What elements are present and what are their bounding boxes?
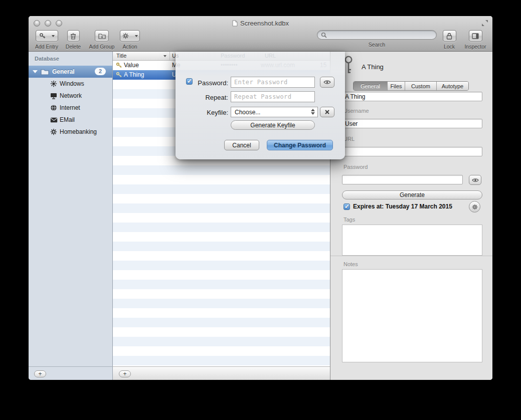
stepper-arrows-icon	[311, 109, 315, 115]
tab-files[interactable]: Files	[388, 82, 405, 90]
search-area: Search	[317, 30, 437, 48]
entry-count-badge: 2	[95, 68, 106, 75]
inspector-button[interactable]: Inspector	[463, 30, 488, 50]
column-title[interactable]: Title	[116, 53, 126, 59]
sidebar-item-homebanking[interactable]: Homebanking	[29, 126, 112, 138]
sidebar-footer: +	[29, 366, 113, 380]
folder-icon	[41, 69, 49, 75]
column-divider[interactable]	[169, 52, 170, 60]
tab-general[interactable]: General	[354, 82, 388, 90]
show-password-button[interactable]	[469, 175, 481, 185]
section-divider	[330, 256, 492, 256]
sidebar-section-header: Database	[35, 56, 59, 62]
sheet-repeat-input[interactable]	[231, 91, 315, 102]
fullscreen-icon[interactable]	[481, 19, 489, 27]
add-entry-button[interactable]: Add Entry	[33, 30, 61, 50]
delete-button[interactable]: Delete	[62, 30, 85, 50]
keyfile-dropdown[interactable]: Choose...	[231, 107, 318, 117]
close-icon	[325, 110, 329, 114]
action-label: Action	[122, 44, 137, 50]
sort-caret-icon	[163, 55, 166, 57]
inspector-panel: A Thing General Files Custom Autotype Us…	[330, 52, 492, 380]
sidebar-item-windows[interactable]: Windows	[29, 78, 112, 90]
clear-keyfile-button[interactable]	[320, 107, 334, 117]
tags-field[interactable]	[342, 225, 482, 256]
sidebar-item-network[interactable]: Network	[29, 90, 112, 102]
sidebar-item-internet[interactable]: Internet	[29, 102, 112, 114]
sidebar: Database General 2 Windows Network Inter…	[29, 52, 113, 366]
sidebar-group-label: General	[52, 68, 75, 75]
folder-plus-icon	[98, 33, 106, 39]
inspector-entry-title: A Thing	[362, 63, 384, 71]
envelope-icon	[50, 117, 58, 123]
expires-checkbox[interactable]	[343, 203, 350, 210]
inspector-tab-bar: General Files Custom Autotype	[353, 81, 469, 91]
generate-password-button[interactable]: Generate	[342, 190, 482, 199]
search-label: Search	[369, 42, 385, 48]
window-chrome: Screenshot.kdbx Add Entry Delete	[29, 16, 492, 52]
sheet-password-label: Password:	[176, 79, 228, 87]
tags-label: Tags	[343, 217, 355, 223]
lock-label: Lock	[444, 44, 455, 50]
cancel-button[interactable]: Cancel	[224, 140, 259, 150]
sheet-repeat-label: Repeat:	[176, 94, 228, 101]
app-window: Screenshot.kdbx Add Entry Delete	[29, 16, 492, 380]
lock-button[interactable]: Lock	[439, 30, 460, 50]
key-icon	[116, 72, 122, 79]
gear-icon	[119, 31, 132, 41]
entry-title: Value	[124, 62, 139, 69]
url-field[interactable]	[342, 147, 482, 156]
document-icon	[232, 20, 238, 27]
sidebar-item-email[interactable]: EMail	[29, 114, 112, 126]
search-input[interactable]	[317, 30, 437, 40]
username-label: Username	[343, 108, 369, 114]
inspector-panel-icon	[472, 33, 479, 39]
key-icon	[116, 62, 122, 70]
change-password-button[interactable]: Change Password	[267, 140, 333, 150]
tab-custom[interactable]: Custom	[405, 82, 437, 90]
notes-field[interactable]	[342, 269, 482, 362]
chevron-down-icon	[135, 35, 138, 37]
add-group-button[interactable]: Add Group	[86, 30, 118, 50]
expiry-options-button[interactable]	[469, 201, 480, 213]
generate-keyfile-button[interactable]: Generate Keyfile	[231, 120, 315, 130]
delete-label: Delete	[66, 44, 81, 50]
chevron-down-icon	[52, 35, 55, 37]
sheet-keyfile-label: Keyfile:	[176, 109, 228, 116]
entry-title: A Thing	[124, 71, 144, 78]
lock-icon	[446, 33, 452, 40]
password-label: Password	[343, 164, 368, 170]
eye-icon	[472, 178, 479, 182]
sheet-password-input[interactable]	[231, 77, 315, 88]
url-label: URL	[343, 136, 355, 142]
title-field[interactable]	[342, 92, 482, 101]
username-field[interactable]	[342, 119, 482, 128]
password-field[interactable]	[342, 175, 463, 184]
expires-label: Expires at: Tuesday 17 March 2015	[353, 203, 452, 210]
add-entry-footer-button[interactable]: +	[119, 370, 131, 377]
window-title: Screenshot.kdbx	[29, 20, 492, 27]
add-group-footer-button[interactable]: +	[34, 370, 46, 377]
add-entry-label: Add Entry	[35, 44, 58, 50]
tab-autotype[interactable]: Autotype	[437, 82, 468, 90]
sheet-show-password-button[interactable]	[320, 77, 334, 88]
notes-label: Notes	[343, 261, 358, 267]
inspector-label: Inspector	[464, 44, 486, 50]
add-group-label: Add Group	[89, 44, 115, 50]
eye-icon	[323, 80, 331, 85]
gear-icon	[50, 80, 58, 87]
trash-icon	[70, 33, 76, 40]
globe-icon	[50, 104, 58, 111]
key-icon	[36, 31, 49, 41]
action-button[interactable]: Action	[118, 30, 142, 50]
gear-icon	[50, 128, 58, 135]
sidebar-item-general[interactable]: General 2	[29, 66, 112, 78]
disclosure-triangle-icon[interactable]	[33, 70, 38, 73]
gear-icon	[472, 204, 478, 210]
change-password-sheet: Password: Repeat: Keyfile: Choose... Gen…	[176, 52, 345, 159]
display-icon	[50, 93, 58, 99]
list-footer: +	[113, 366, 330, 380]
search-icon	[321, 32, 327, 38]
